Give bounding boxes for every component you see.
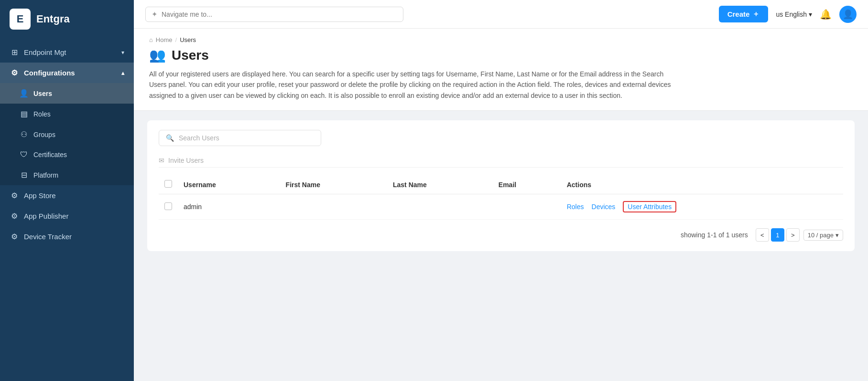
- app-store-icon: ⚙: [10, 191, 19, 200]
- app-publisher-icon: ⚙: [10, 212, 19, 221]
- users-page-icon: 👥: [149, 47, 166, 63]
- compass-icon: ✦: [152, 10, 158, 19]
- prev-page-button[interactable]: <: [756, 228, 769, 242]
- action-links: Roles Devices User Attributes: [567, 201, 837, 212]
- cell-username: admin: [178, 194, 280, 220]
- sidebar-item-device-tracker-label: Device Tracker: [24, 233, 72, 241]
- roles-action-link[interactable]: Roles: [567, 203, 584, 211]
- sidebar-item-app-store-label: App Store: [24, 191, 56, 200]
- sidebar-item-certificates-label: Certificates: [33, 151, 67, 159]
- sidebar-item-configurations-label: Configurations: [24, 69, 75, 77]
- invite-users-label: Invite Users: [168, 157, 204, 164]
- per-page-selector[interactable]: 10 / page ▾: [803, 230, 843, 241]
- invite-users-row[interactable]: ✉ Invite Users: [159, 154, 843, 168]
- nav-search-input[interactable]: [162, 11, 397, 18]
- select-all-header[interactable]: [159, 175, 178, 194]
- create-button[interactable]: Create ＋: [719, 6, 769, 22]
- gear-icon: ⚙: [10, 68, 19, 77]
- page-header: ⌂ Home / Users 👥 Users All of your regis…: [134, 29, 868, 111]
- search-users-placeholder: Search Users: [179, 134, 219, 142]
- sidebar-item-app-publisher-label: App Publisher: [24, 212, 68, 220]
- users-table: Username First Name Last Name Email Acti…: [159, 175, 843, 220]
- col-actions: Actions: [561, 175, 843, 194]
- search-icon: 🔍: [166, 134, 174, 142]
- sidebar-nav: ⊞ Endpoint Mgt ▾ ⚙ Configurations ▴ 👤 Us…: [0, 38, 134, 381]
- cell-actions: Roles Devices User Attributes: [561, 194, 843, 220]
- search-users-box[interactable]: 🔍 Search Users: [159, 130, 321, 146]
- notification-bell[interactable]: 🔔: [820, 9, 832, 20]
- col-username: Username: [178, 175, 280, 194]
- sidebar-item-endpoint-mgt[interactable]: ⊞ Endpoint Mgt ▾: [0, 42, 134, 63]
- table-body: admin Roles Devices User Attributes: [159, 194, 843, 220]
- user-attributes-action-link[interactable]: User Attributes: [623, 201, 676, 212]
- cell-email: [493, 194, 561, 220]
- sidebar-item-users[interactable]: 👤 Users: [0, 83, 134, 104]
- col-firstname: First Name: [280, 175, 387, 194]
- sidebar-item-certificates[interactable]: 🛡 Certificates: [0, 145, 134, 165]
- breadcrumb-separator: /: [175, 36, 177, 43]
- sidebar: E Entgra ⊞ Endpoint Mgt ▾ ⚙ Configuratio…: [0, 0, 134, 381]
- device-tracker-icon: ⚙: [10, 232, 19, 241]
- breadcrumb-current: Users: [180, 36, 196, 43]
- page-description: All of your registered users are display…: [149, 69, 675, 101]
- sidebar-item-platform[interactable]: ⊟ Platform: [0, 165, 134, 185]
- home-icon: ⌂: [149, 36, 153, 43]
- grid-icon: ⊞: [10, 48, 19, 57]
- language-selector[interactable]: us English ▾: [776, 11, 812, 18]
- logo-container[interactable]: E Entgra: [0, 0, 134, 38]
- sidebar-item-roles-label: Roles: [33, 110, 51, 118]
- logo-icon: E: [10, 9, 31, 30]
- sidebar-item-platform-label: Platform: [33, 171, 58, 179]
- certificate-icon: 🛡: [19, 150, 29, 159]
- sidebar-item-roles[interactable]: ▤ Roles: [0, 104, 134, 124]
- language-label: us English: [776, 11, 807, 18]
- col-lastname: Last Name: [387, 175, 493, 194]
- lang-chevron-icon: ▾: [809, 11, 812, 18]
- table-row: admin Roles Devices User Attributes: [159, 194, 843, 220]
- table-header: Username First Name Last Name Email Acti…: [159, 175, 843, 194]
- page-content: ⌂ Home / Users 👥 Users All of your regis…: [134, 29, 868, 381]
- sidebar-item-groups-label: Groups: [33, 131, 55, 138]
- cell-lastname: [387, 194, 493, 220]
- page-title-row: 👥 Users: [149, 47, 853, 63]
- devices-action-link[interactable]: Devices: [592, 203, 616, 211]
- sidebar-item-users-label: Users: [33, 90, 52, 97]
- breadcrumb: ⌂ Home / Users: [149, 36, 853, 43]
- sidebar-item-app-store[interactable]: ⚙ App Store: [0, 185, 134, 206]
- topbar: ✦ Create ＋ us English ▾ 🔔 👤: [134, 0, 868, 29]
- sidebar-item-app-publisher[interactable]: ⚙ App Publisher: [0, 206, 134, 226]
- platform-icon: ⊟: [19, 170, 29, 180]
- cell-firstname: [280, 194, 387, 220]
- main-content: ✦ Create ＋ us English ▾ 🔔 👤 ⌂ Home /: [134, 0, 868, 381]
- row-checkbox-cell[interactable]: [159, 194, 178, 220]
- next-page-button[interactable]: >: [786, 228, 800, 242]
- pagination-info: showing 1-1 of 1 users: [681, 231, 748, 239]
- user-avatar[interactable]: 👤: [839, 6, 857, 23]
- plus-icon: ＋: [752, 10, 760, 19]
- select-all-checkbox[interactable]: [164, 180, 172, 188]
- sidebar-item-configurations[interactable]: ⚙ Configurations ▴: [0, 63, 134, 83]
- sidebar-item-endpoint-mgt-label: Endpoint Mgt: [24, 48, 66, 56]
- page-nav: < 1 >: [756, 228, 800, 242]
- nav-search-box[interactable]: ✦: [145, 7, 403, 22]
- users-table-section: 🔍 Search Users ✉ Invite Users Username F…: [147, 120, 855, 251]
- avatar-icon: 👤: [843, 9, 853, 20]
- groups-icon: ⚇: [19, 130, 29, 139]
- chevron-down-icon: ▾: [121, 49, 124, 56]
- page-title: Users: [172, 48, 209, 63]
- per-page-label: 10 / page: [808, 232, 834, 239]
- breadcrumb-home[interactable]: Home: [156, 36, 173, 43]
- sidebar-item-device-tracker[interactable]: ⚙ Device Tracker: [0, 226, 134, 247]
- page-1-button[interactable]: 1: [771, 228, 784, 242]
- roles-icon: ▤: [19, 109, 29, 118]
- user-icon: 👤: [19, 89, 29, 98]
- col-email: Email: [493, 175, 561, 194]
- per-page-chevron-icon: ▾: [835, 232, 839, 239]
- create-button-label: Create: [727, 10, 750, 18]
- sidebar-item-groups[interactable]: ⚇ Groups: [0, 124, 134, 145]
- configurations-submenu: 👤 Users ▤ Roles ⚇ Groups 🛡 Certificates …: [0, 83, 134, 185]
- envelope-icon: ✉: [159, 157, 164, 164]
- chevron-up-icon: ▴: [121, 70, 124, 76]
- row-checkbox[interactable]: [164, 202, 172, 210]
- pagination: showing 1-1 of 1 users < 1 > 10 / page ▾: [159, 228, 843, 242]
